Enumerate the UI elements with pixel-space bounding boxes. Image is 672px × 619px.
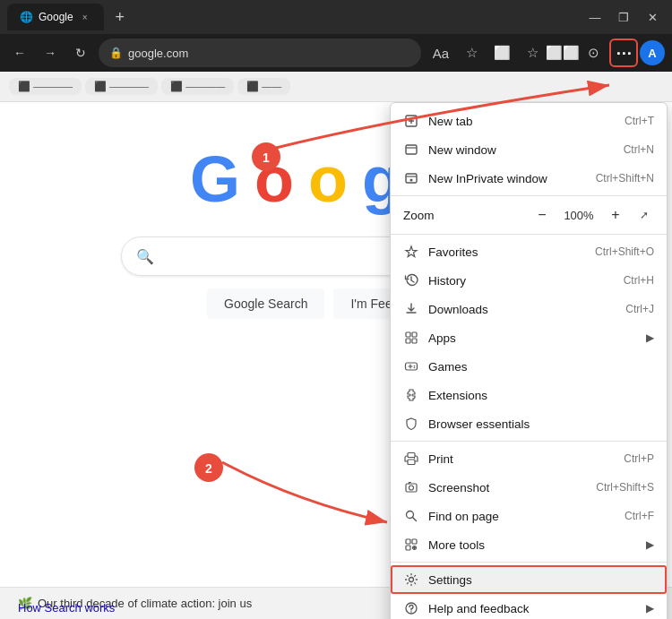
help-menu-icon	[403, 600, 419, 616]
dropdown-menu: New tab Ctrl+T New window Ctrl+N New InP…	[390, 102, 668, 619]
menu-shortcut-inprivate: Ctrl+Shift+N	[596, 172, 654, 185]
menu-label-new-window: New window	[428, 143, 615, 157]
downloads-menu-icon	[403, 301, 419, 317]
svg-point-15	[409, 486, 414, 490]
tab-favicon: 🌐	[20, 11, 33, 23]
menu-item-more-tools[interactable]: More tools ▶	[391, 530, 667, 559]
collections-icon[interactable]: ☆	[518, 39, 547, 67]
svg-rect-17	[406, 539, 410, 544]
address-field[interactable]: 🔒 google.com	[99, 39, 421, 67]
svg-rect-19	[406, 546, 410, 550]
apps-menu-icon	[403, 330, 419, 346]
svg-rect-18	[412, 539, 417, 544]
menu-label-favorites: Favorites	[428, 245, 586, 259]
new-tab-menu-icon	[403, 113, 419, 129]
favorites-icon[interactable]: ☆	[457, 39, 486, 67]
menu-item-print[interactable]: Print Ctrl+P	[391, 444, 667, 473]
svg-point-13	[414, 458, 415, 459]
svg-rect-11	[408, 453, 415, 458]
menu-divider-3	[391, 441, 667, 442]
bookmark-gmail[interactable]: ⬛ ————	[85, 78, 158, 95]
minimize-button[interactable]: —	[582, 4, 607, 30]
toolbar-icons: Aa ☆ ⬜ ☆ ⬜⬜ ⊙ ⋯ A	[426, 39, 665, 67]
tabs-icon[interactable]: ⬜⬜	[548, 39, 577, 67]
close-button[interactable]: ✕	[640, 4, 665, 30]
bookmark-maps[interactable]: ⬛ ——	[237, 78, 290, 95]
menu-label-screenshot: Screenshot	[428, 481, 587, 494]
menu-shortcut-history: Ctrl+H	[624, 274, 654, 287]
svg-rect-12	[408, 460, 415, 465]
menu-label-games: Games	[428, 360, 654, 374]
menu-shortcut-find: Ctrl+F	[625, 510, 654, 522]
menu-label-inprivate: New InPrivate window	[428, 172, 587, 185]
menu-item-games[interactable]: Games	[391, 352, 667, 381]
apps-arrow-icon: ▶	[646, 331, 654, 344]
svg-rect-7	[412, 339, 417, 343]
address-url: google.com	[128, 47, 188, 60]
back-button[interactable]: ←	[7, 40, 32, 65]
svg-point-10	[414, 367, 416, 369]
favorites-menu-icon	[403, 244, 419, 260]
lock-icon: 🔒	[109, 47, 123, 59]
menu-item-downloads[interactable]: Downloads Ctrl+J	[391, 295, 667, 323]
window-controls: — ❐ ✕	[582, 4, 665, 30]
menu-label-find: Find on page	[428, 510, 616, 523]
menu-item-help[interactable]: Help and feedback ▶	[391, 594, 667, 619]
search-icon: 🔍	[136, 248, 154, 265]
forward-button[interactable]: →	[38, 40, 63, 65]
logo-o1: o	[254, 143, 292, 215]
tab-title: Google	[39, 11, 73, 23]
split-screen-icon[interactable]: ⬜	[487, 39, 516, 67]
menu-shortcut-screenshot: Ctrl+Shift+S	[596, 481, 654, 494]
svg-point-23	[410, 611, 412, 613]
svg-point-21	[409, 578, 414, 582]
bookmark-drive[interactable]: ⬛ ————	[9, 78, 82, 95]
restore-button[interactable]: ❐	[611, 4, 636, 30]
how-search-works-link[interactable]: How Search works	[18, 601, 115, 615]
menu-item-settings[interactable]: Settings	[391, 565, 667, 594]
menu-item-extensions[interactable]: Extensions	[391, 381, 667, 409]
menu-item-find[interactable]: Find on page Ctrl+F	[391, 502, 667, 530]
menu-item-history[interactable]: History Ctrl+H	[391, 266, 667, 295]
menu-button[interactable]: ⋯	[609, 39, 638, 67]
games-menu-icon	[403, 358, 419, 374]
history-menu-icon	[403, 272, 419, 288]
logo-o2: o	[308, 143, 346, 215]
menu-item-browser-essentials[interactable]: Browser essentials	[391, 409, 667, 438]
menu-item-new-window[interactable]: New window Ctrl+N	[391, 135, 667, 164]
zoom-out-button[interactable]: −	[530, 203, 554, 227]
page-content: G o o g l e 🔍 Google Search I'm Feeling …	[0, 102, 672, 619]
menu-label-apps: Apps	[428, 331, 637, 345]
svg-rect-14	[406, 484, 417, 492]
print-menu-icon	[403, 451, 419, 467]
menu-shortcut-favorites: Ctrl+Shift+O	[595, 245, 654, 258]
close-tab-button[interactable]: ×	[79, 11, 91, 23]
bookmarks-bar: ⬛ ———— ⬛ ———— ⬛ ———— ⬛ ——	[0, 72, 672, 102]
menu-item-apps[interactable]: Apps ▶	[391, 323, 667, 352]
active-tab[interactable]: 🌐 Google ×	[7, 4, 104, 30]
copilot-icon[interactable]: ⊙	[579, 39, 607, 67]
refresh-button[interactable]: ↻	[68, 40, 93, 65]
zoom-fullscreen-button[interactable]: ➚	[634, 205, 654, 225]
menu-item-new-tab[interactable]: New tab Ctrl+T	[391, 107, 667, 135]
menu-shortcut-downloads: Ctrl+J	[625, 303, 654, 315]
menu-label-settings: Settings	[428, 573, 654, 587]
bookmark-youtube[interactable]: ⬛ ————	[161, 78, 234, 95]
google-search-button[interactable]: Google Search	[207, 288, 324, 319]
menu-item-screenshot[interactable]: Screenshot Ctrl+Shift+S	[391, 473, 667, 502]
menu-label-more-tools: More tools	[428, 538, 637, 552]
new-tab-button[interactable]: +	[108, 4, 133, 30]
read-aloud-icon[interactable]: Aa	[426, 39, 455, 67]
address-bar-row: ← → ↻ 🔒 google.com Aa ☆ ⬜ ☆ ⬜⬜ ⊙ ⋯ A	[0, 34, 672, 72]
profile-avatar[interactable]: A	[640, 40, 665, 65]
menu-divider-2	[391, 234, 667, 235]
menu-item-favorites[interactable]: Favorites Ctrl+Shift+O	[391, 237, 667, 266]
zoom-label: Zoom	[403, 209, 523, 222]
browser-chrome: 🌐 Google × + — ❐ ✕	[0, 0, 672, 34]
menu-label-history: History	[428, 274, 615, 288]
screenshot-menu-icon	[403, 479, 419, 495]
find-menu-icon	[403, 508, 419, 524]
zoom-in-button[interactable]: +	[604, 203, 627, 227]
menu-label-extensions: Extensions	[428, 389, 654, 402]
menu-item-inprivate[interactable]: New InPrivate window Ctrl+Shift+N	[391, 164, 667, 193]
